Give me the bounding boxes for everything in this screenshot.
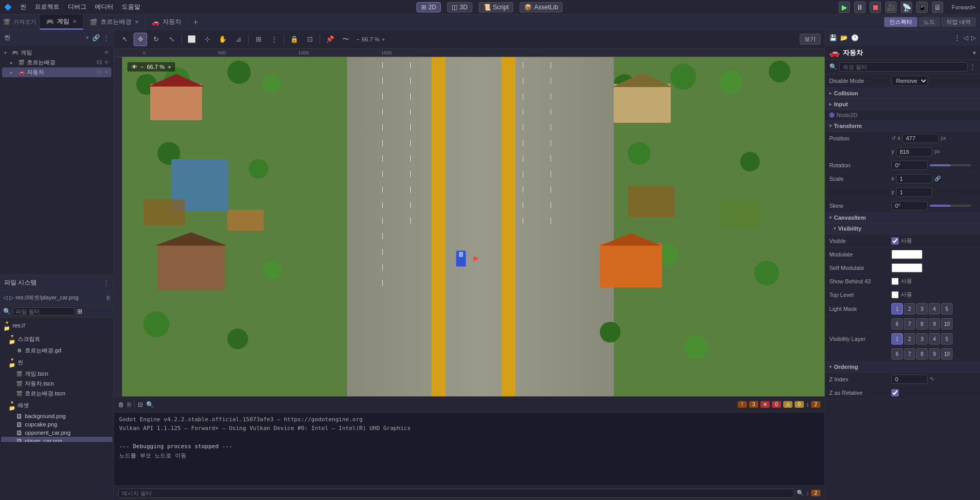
mode-assetlib-button[interactable]: 📦 AssetLib (520, 2, 563, 12)
scale-x-input[interactable] (896, 174, 932, 183)
vis-layer-1[interactable]: 1 (891, 333, 903, 345)
movie-button[interactable]: 🎥 (885, 2, 897, 13)
light-mask-6[interactable]: 6 (891, 318, 903, 330)
vis-layer-6[interactable]: 6 (891, 348, 903, 360)
screen-button[interactable]: 🖥 (932, 2, 943, 13)
bg-eye-icon[interactable]: 👁 (104, 60, 109, 65)
visibility-section-header[interactable]: ▾ Visibility (825, 223, 980, 234)
game-tab-close[interactable]: ✕ (73, 19, 77, 24)
output-filter-input[interactable] (118, 489, 795, 498)
light-mask-10[interactable]: 10 (941, 318, 953, 330)
deploy-button[interactable]: 📱 (916, 2, 928, 13)
car-eye-icon[interactable]: 👁 (104, 69, 109, 75)
file-filter-input[interactable] (13, 307, 75, 316)
filter-options-icon[interactable]: ⋮ (970, 63, 976, 70)
vis-layer-2[interactable]: 2 (904, 333, 915, 345)
top-level-checkbox[interactable] (891, 291, 899, 298)
tab-car[interactable]: 🚗 자동차 (146, 15, 188, 30)
file-item-cupcake[interactable]: 🖼 cupcake.png (1, 420, 112, 428)
zoom-plus-btn[interactable]: + (168, 64, 171, 70)
file-item-res[interactable]: ▾📁 res:// (1, 319, 112, 332)
snap-tool[interactable]: ⋮ (267, 33, 281, 46)
move-tool[interactable]: ✥ (134, 33, 147, 46)
property-filter-input[interactable] (839, 62, 968, 72)
nav-forward-icon[interactable]: ▷ (9, 294, 13, 301)
vis-layer-3[interactable]: 3 (916, 333, 928, 345)
vis-layer-10[interactable]: 10 (941, 348, 953, 360)
menu-debug[interactable]: 디버그 (68, 3, 87, 11)
car-film-icon[interactable]: 🎞 (97, 69, 102, 75)
node-expand-icon[interactable]: ▾ (973, 49, 976, 56)
menu-project[interactable]: 프로젝트 (35, 3, 60, 11)
light-mask-4[interactable]: 4 (929, 303, 940, 315)
file-item-scripts[interactable]: ▾📁 스크립트 (1, 332, 112, 346)
skew-input[interactable] (891, 201, 928, 210)
vis-layer-9[interactable]: 9 (929, 348, 940, 360)
grid-tool[interactable]: ⊞ (252, 33, 265, 46)
output-copy-icon[interactable]: ⎘ (127, 401, 131, 408)
tab-background[interactable]: 🎬 흐르는배경 ✕ (83, 15, 146, 30)
light-mask-3[interactable]: 3 (916, 303, 928, 315)
file-item-car-tscn[interactable]: 🎬 자동차.tscn (1, 379, 112, 389)
tree-item-bg[interactable]: ▸ 🎬 흐르는배경 🎞 👁 (2, 58, 111, 67)
output-clear-icon[interactable]: 🗑 (118, 401, 124, 408)
file-item-bg-gd[interactable]: ⚙ 흐르는배경.gd (1, 346, 112, 355)
nodes-tab[interactable]: 노드 (918, 17, 940, 27)
position-x-input[interactable] (902, 134, 939, 143)
output-filter-scroll-icon[interactable]: ↕ (806, 490, 809, 497)
zoom-in-btn[interactable]: + (382, 36, 385, 42)
remote-debug-button[interactable]: 📡 (901, 2, 912, 13)
skew-slider[interactable] (930, 205, 971, 207)
tree-item-game[interactable]: ▾ 🎮 게임 👁 (2, 48, 111, 58)
inspector-open-icon[interactable]: 📂 (840, 34, 848, 41)
z-index-input[interactable] (891, 375, 928, 384)
file-item-player-car[interactable]: 🖼 player_car.png (1, 437, 112, 442)
canvas-item-section-header[interactable]: ▾ CanvasItem (825, 212, 980, 223)
inspector-more-icon[interactable]: ⋮ (954, 34, 960, 41)
light-mask-9[interactable]: 9 (929, 318, 940, 330)
history-tab[interactable]: 작업 내역 (941, 17, 976, 27)
z-index-edit-icon[interactable]: ✎ (930, 376, 934, 382)
vis-layer-4[interactable]: 4 (929, 333, 940, 345)
nav-back-icon[interactable]: ◁ (3, 294, 7, 301)
mode-2d-button[interactable]: ⊞ 2D (416, 2, 441, 12)
bg-tab-close[interactable]: ✕ (135, 19, 139, 25)
tilt-tool[interactable]: ⊿ (232, 33, 245, 46)
transform-section-header[interactable]: ▾ Transform (825, 121, 980, 132)
inspector-nav-back[interactable]: ◁ (963, 34, 968, 41)
ordering-section-header[interactable]: ▾ Ordering (825, 362, 980, 373)
show-behind-checkbox[interactable] (891, 278, 899, 285)
vis-layer-7[interactable]: 7 (904, 348, 915, 360)
rotate-tool[interactable]: ↻ (149, 33, 163, 46)
play-button[interactable]: ▶ (839, 2, 850, 13)
zoom-minus-btn[interactable]: − (140, 64, 143, 70)
zoom-out-btn[interactable]: − (356, 36, 359, 42)
file-item-game-tscn[interactable]: 🎬 게임.tscn (1, 369, 112, 379)
view-button[interactable]: 보기 (800, 34, 820, 45)
scale-tool[interactable]: ⤡ (165, 33, 178, 46)
file-item-assets[interactable]: ▾📁 에셋 (1, 398, 112, 412)
light-mask-8[interactable]: 8 (916, 318, 928, 330)
pause-button[interactable]: ⏸ (854, 2, 866, 13)
output-scroll-icon[interactable]: ↕ (806, 401, 809, 408)
output-search-icon[interactable]: 🔍 (146, 401, 154, 408)
output-collapse-icon[interactable]: ⊟ (138, 401, 143, 408)
z-as-relative-checkbox[interactable] (891, 389, 899, 396)
scene-add-icon[interactable]: + (85, 34, 89, 41)
menu-help[interactable]: 도움말 (122, 3, 140, 11)
rotation-slider[interactable] (930, 164, 971, 166)
self-modulate-swatch[interactable] (891, 263, 923, 273)
game-eye-icon[interactable]: 👁 (104, 50, 109, 55)
tab-scene[interactable]: 🎬 가져오기 (0, 15, 40, 30)
scene-more-icon[interactable]: ⋮ (103, 34, 109, 41)
vis-layer-8[interactable]: 8 (916, 348, 928, 360)
visible-checkbox[interactable] (891, 237, 899, 245)
menu-scene[interactable]: 씬 (20, 3, 26, 11)
vis-layer-5[interactable]: 5 (941, 333, 953, 345)
inspector-tab[interactable]: 인스펙터 (884, 17, 917, 27)
position-y-input[interactable] (896, 147, 932, 156)
scale-link-icon[interactable]: 🔗 (934, 176, 941, 181)
scene-link-icon[interactable]: 🔗 (92, 34, 100, 41)
mode-3d-button[interactable]: ◫ 3D (447, 2, 472, 12)
rect-tool[interactable]: ⬜ (185, 33, 198, 46)
